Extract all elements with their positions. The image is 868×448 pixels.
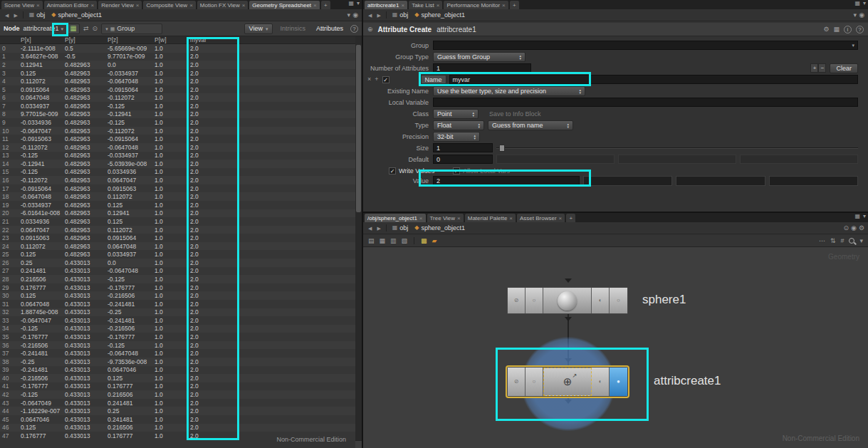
breadcrumb-node[interactable]: ◆sphere_object1 [49,11,104,19]
pane-menu-icon[interactable]: ▾ [357,1,360,6]
attribcreate-node-icon[interactable]: ⊕↗ [543,368,592,396]
table-row[interactable]: 41-0.1767770.4330130.1767771.02.0 [0,382,355,391]
path-dropdown-icon[interactable]: ▾ [854,12,857,19]
tab-intrinsics[interactable]: Intrinsics [276,25,309,32]
breadcrumb-node[interactable]: ◆sphere_object1 [412,11,467,19]
guess-from-name-dropdown[interactable]: Guess from name▴▾ [488,120,573,130]
breadcrumb-obj[interactable]: ▦obj [27,11,48,19]
back-icon[interactable]: ◀ [367,13,373,18]
tab-tree-view[interactable]: Tree View× [427,214,464,222]
tab-close-icon[interactable]: × [401,2,404,9]
pin-icon[interactable]: ⊙ [844,225,849,231]
breadcrumb-obj[interactable]: ▦obj [390,11,411,19]
table-row[interactable]: 11-0.09150630.482963-0.09150641.02.0 [0,135,355,143]
table-row[interactable]: 270.2414810.433013-0.06470481.02.0 [0,267,355,276]
insert-attrib-icon[interactable]: + [375,76,378,83]
table-row[interactable]: 70.03349370.482963-0.1251.02.0 [0,102,355,110]
forward-icon[interactable]: ▶ [12,13,19,18]
existing-name-dropdown[interactable]: Use the better type, size and precision▴… [433,86,585,96]
table-row[interactable]: 50.09150640.482963-0.09150641.02.0 [0,85,355,94]
pane-split-icon[interactable]: ▦ [348,1,354,6]
group-filter-combo[interactable]: ▾ ▦ Group [101,24,162,34]
table-row[interactable]: 33-0.06470470.433013-0.2414811.02.0 [0,316,355,325]
template-flag[interactable]: ◐ [592,368,610,396]
column-header-p-w[interactable]: P[w] [152,36,188,43]
table-row[interactable]: 35-0.1767770.433013-0.1767771.02.0 [0,333,355,341]
table-row[interactable]: 9-0.03349360.482963-0.1251.02.0 [0,118,355,127]
table-row[interactable]: 230.09150630.4829630.09150641.02.0 [0,234,355,242]
table-row[interactable]: 260.250.4330130.01.02.0 [0,259,355,267]
table-row[interactable]: 39-0.2414810.4330130.06470461.02.0 [0,366,355,375]
pane-menu-icon[interactable]: ▾ [863,214,866,219]
swap-icon[interactable]: ⇄ [83,26,89,32]
back-icon[interactable]: ◀ [4,13,10,18]
attrib-name-input[interactable]: myvar [449,75,858,84]
tab-geometry-spreadsheet[interactable]: Geometry Spreadsheet× [249,1,319,9]
display-flag[interactable]: ● [610,368,627,396]
group-type-dropdown[interactable]: Guess from Group▴▾ [433,52,525,62]
table-row[interactable]: 16-0.1120720.4829630.06470471.02.0 [0,176,355,184]
value-input-4[interactable] [769,176,858,186]
pane-split-icon[interactable]: ▦ [854,1,860,6]
forward-icon[interactable]: ▶ [375,13,382,18]
num-attribs-input[interactable]: 1 [433,63,531,73]
table-row[interactable]: 89.77015e-0090.482963-0.129411.02.0 [0,110,355,119]
zoom-icon[interactable] [849,238,854,244]
tab-close-icon[interactable]: × [36,2,40,9]
network-canvas[interactable]: Geometry ⊘ ○ ◐ ○ sphere1 ⊘ ○ ⊕↗ ◐ ● attr… [363,247,868,448]
value-input-2[interactable] [583,176,672,186]
overflow-menu-icon[interactable]: ⋯ [819,238,825,244]
table-row[interactable]: 40.1120720.482963-0.06470481.02.0 [0,77,355,85]
node-label-sphere1[interactable]: sphere1 [642,293,686,307]
tab-close-icon[interactable]: × [559,215,563,222]
tab-performance-monitor[interactable]: Performance Monitor× [444,1,508,9]
help-icon[interactable]: ? [856,26,864,33]
size-input[interactable]: 1 [433,143,493,152]
grid-icon[interactable]: ▦ [380,238,386,244]
default-input-3[interactable] [618,155,736,164]
table-row[interactable]: 240.1120720.4829630.06470481.02.0 [0,242,355,251]
type-dropdown[interactable]: Float▴▾ [433,120,484,130]
table-row[interactable]: 280.2165060.433013-0.1251.02.0 [0,275,355,283]
table-row[interactable]: 44-1.16229e-0070.4330130.251.02.0 [0,407,355,415]
precision-dropdown[interactable]: 32-bit▴▾ [433,132,480,142]
pane-link-icon[interactable]: ◉ [851,225,857,231]
default-input[interactable]: 0 [433,155,493,164]
table-row[interactable]: 250.1250.4829630.03349371.02.0 [0,250,355,259]
sphere-node-icon[interactable] [543,288,592,313]
presets-icon[interactable]: ▦ [833,26,840,33]
table-row[interactable]: 20.129410.4829630.01.02.0 [0,61,355,69]
tab-attribcreate1[interactable]: attribcreate1× [365,1,407,9]
remove-attrib-button[interactable]: − [818,63,826,73]
size-slider[interactable] [496,143,858,153]
tab-close-icon[interactable]: × [189,2,193,9]
tab-take-list[interactable]: Take List× [409,1,442,9]
column-header-myvar[interactable]: myvar [188,36,238,43]
table-row[interactable]: 18-0.06470480.4829630.1120721.02.0 [0,192,355,201]
bypass-flag[interactable]: ⊘ [508,368,525,396]
delete-attrib-icon[interactable]: × [367,76,371,83]
node-label-attribcreate1[interactable]: attribcreate1 [654,374,721,388]
table-row[interactable]: 43-0.06470490.4330130.2414811.02.0 [0,399,355,407]
tab-motion-fx-view[interactable]: Motion FX View× [197,1,249,9]
lock-flag[interactable]: ○ [525,368,543,396]
tab-close-icon[interactable]: × [509,215,513,222]
table-row[interactable]: 38-0.250.433013-9.73536e-0081.02.0 [0,358,355,366]
scrollbar-thumb[interactable] [356,45,361,212]
table-row[interactable]: 30.1250.482963-0.03349371.02.0 [0,69,355,78]
pin-icon[interactable]: ⊙ [93,26,98,32]
back-icon[interactable]: ◀ [367,226,373,231]
table-row[interactable]: 34-0.1250.433013-0.2165061.02.0 [0,325,355,333]
template-flag[interactable]: ◐ [592,288,610,313]
table-row[interactable]: 15-0.1250.4829630.03349361.02.0 [0,168,355,177]
add-attrib-button[interactable]: + [810,63,818,73]
lock-flag[interactable]: ○ [525,288,543,313]
sphere-input-stub[interactable] [565,278,572,283]
tab-obj-sphere-object1[interactable]: /obj/sphere_object1× [365,214,426,222]
table-row[interactable]: 0-2.1111e-0080.5-5.65669e-0091.02.0 [0,44,355,53]
table-row[interactable]: 321.88745e-0080.433013-0.251.02.0 [0,308,355,317]
table-row[interactable]: 14-0.129410.482963-5.03939e-0081.02.0 [0,160,355,168]
new-tab-button[interactable]: + [321,1,330,9]
view-dropdown[interactable]: View▾ [244,24,273,34]
operator-name-field[interactable]: attribcreate1 [436,26,476,33]
